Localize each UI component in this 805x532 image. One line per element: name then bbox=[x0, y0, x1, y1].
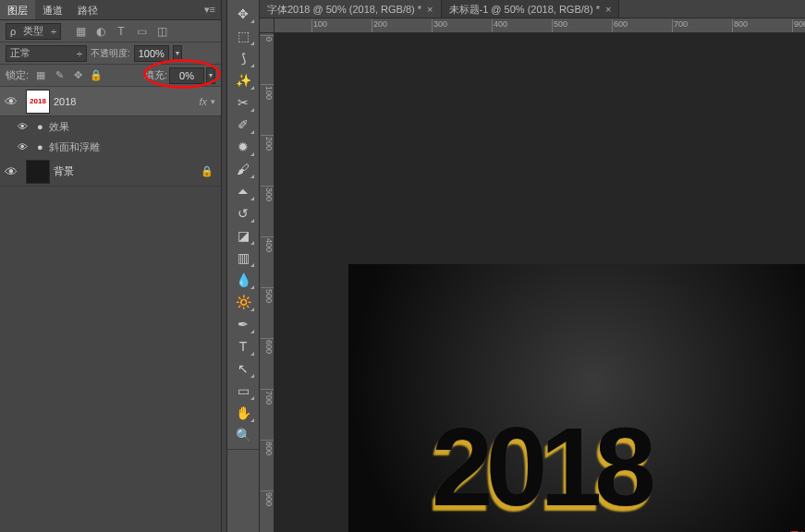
opacity-label: 不透明度: bbox=[91, 47, 130, 60]
ruler-horizontal[interactable]: 100200300400500600700800900 bbox=[274, 18, 805, 33]
filter-adjust-icon[interactable]: ◐ bbox=[94, 25, 107, 38]
type-tool-icon[interactable]: T bbox=[231, 336, 255, 357]
lock-label: 锁定: bbox=[6, 68, 29, 82]
visibility-eye-icon[interactable]: 👁 bbox=[0, 94, 22, 109]
doc-tab-1[interactable]: 字体2018 @ 50% (2018, RGB/8) *× bbox=[260, 0, 442, 18]
hand-tool-icon[interactable]: ✋ bbox=[231, 403, 255, 423]
lock-pixels-icon[interactable]: ✎ bbox=[53, 69, 66, 82]
tab-layers[interactable]: 图层 bbox=[0, 0, 35, 19]
effects-row[interactable]: 👁 ● 效果 bbox=[0, 116, 221, 137]
fx-expand-icon[interactable]: ▾ bbox=[211, 97, 215, 106]
layer-list: 👁 2018 2018 fx ▾ 👁 ● 效果 👁 ● 斜面和浮雕 👁 背景 🔒 bbox=[0, 87, 221, 532]
layer-thumbnail[interactable]: 2018 bbox=[26, 90, 50, 114]
pen-tool-icon[interactable]: ✒ bbox=[231, 314, 255, 334]
bullet-icon: ● bbox=[37, 121, 43, 132]
lasso-tool-icon[interactable]: ⟆ bbox=[231, 48, 255, 68]
filter-type-icon[interactable]: T bbox=[115, 25, 128, 38]
bullet-icon: ● bbox=[37, 141, 43, 152]
lock-icon: 🔒 bbox=[201, 165, 213, 177]
filter-icons: ▦ ◐ T ▭ ◫ bbox=[74, 25, 168, 38]
effects-label: 效果 bbox=[49, 120, 69, 134]
layer-name[interactable]: 2018 bbox=[54, 96, 199, 107]
bevel-label: 斜面和浮雕 bbox=[49, 140, 100, 154]
blend-mode-select[interactable]: 正常÷ bbox=[6, 45, 87, 62]
tools-toolbar: ✥ ⬚ ⟆ ✨ ✂ ✐ ✹ 🖌 ⏶ ↺ ◪ ▥ 💧 🔆 ✒ T ↖ ▭ ✋ 🔍 bbox=[227, 0, 260, 532]
path-select-tool-icon[interactable]: ↖ bbox=[231, 358, 255, 379]
filter-type-select[interactable]: ρ类型÷ bbox=[6, 23, 61, 40]
panel-tabs: 图层 通道 路径 ▾≡ bbox=[0, 0, 221, 20]
lock-fill-row: 锁定: ▦ ✎ ✥ 🔒 填充: 0% ▾ bbox=[0, 65, 221, 87]
panel-menu-icon[interactable]: ▾≡ bbox=[199, 0, 221, 19]
layer-name[interactable]: 背景 bbox=[54, 164, 201, 178]
brush-tool-icon[interactable]: 🖌 bbox=[231, 159, 255, 179]
fill-input[interactable]: 0% bbox=[169, 67, 204, 84]
watermark: Ps爱好者 UiBQ.CoM bbox=[777, 527, 805, 532]
marquee-tool-icon[interactable]: ⬚ bbox=[231, 26, 255, 46]
opacity-slider-toggle[interactable]: ▾ bbox=[173, 45, 182, 62]
artwork-text-2018: 2018 bbox=[432, 403, 649, 530]
fill-label: 填充: bbox=[144, 68, 167, 82]
bevel-row[interactable]: 👁 ● 斜面和浮雕 bbox=[0, 137, 221, 157]
zoom-tool-icon[interactable]: 🔍 bbox=[231, 425, 255, 445]
lock-all-icon[interactable]: 🔒 bbox=[90, 69, 103, 82]
doc-tab-2[interactable]: 未标题-1 @ 50% (2018, RGB/8) *× bbox=[442, 0, 620, 18]
canvas-viewport[interactable]: 2018 Ps爱好者 UiBQ.CoM bbox=[274, 33, 805, 532]
close-icon[interactable]: × bbox=[605, 4, 611, 15]
crop-tool-icon[interactable]: ✂ bbox=[231, 92, 255, 113]
visibility-eye-icon[interactable]: 👁 bbox=[0, 164, 22, 179]
lock-transparent-icon[interactable]: ▦ bbox=[34, 69, 47, 82]
layer-row-2018[interactable]: 👁 2018 2018 fx ▾ bbox=[0, 87, 221, 116]
tab-channels[interactable]: 通道 bbox=[35, 0, 70, 19]
filter-smart-icon[interactable]: ◫ bbox=[155, 25, 168, 38]
visibility-eye-icon[interactable]: 👁 bbox=[13, 121, 31, 132]
layer-row-background[interactable]: 👁 背景 🔒 bbox=[0, 157, 221, 187]
fill-slider-toggle[interactable]: ▾ bbox=[206, 67, 215, 84]
blend-opacity-row: 正常÷ 不透明度: 100% ▾ bbox=[0, 42, 221, 65]
eyedropper-tool-icon[interactable]: ✐ bbox=[231, 115, 255, 135]
stamp-tool-icon[interactable]: ⏶ bbox=[231, 181, 255, 201]
canvas-area: 字体2018 @ 50% (2018, RGB/8) *× 未标题-1 @ 50… bbox=[260, 0, 805, 532]
panel-divider[interactable] bbox=[221, 0, 227, 532]
artwork-canvas: 2018 Ps爱好者 UiBQ.CoM bbox=[348, 264, 805, 532]
blur-tool-icon[interactable]: 💧 bbox=[231, 270, 255, 290]
fx-badge[interactable]: fx bbox=[199, 96, 207, 107]
ruler-vertical[interactable]: 0100200300400500600700800900 bbox=[260, 33, 274, 532]
gradient-tool-icon[interactable]: ▥ bbox=[231, 248, 255, 268]
layer-thumbnail[interactable] bbox=[26, 160, 50, 184]
lock-position-icon[interactable]: ✥ bbox=[71, 69, 84, 82]
ruler-corner bbox=[260, 18, 274, 33]
layer-filter-row: ρ类型÷ ▦ ◐ T ▭ ◫ bbox=[0, 20, 221, 42]
visibility-eye-icon[interactable]: 👁 bbox=[13, 141, 31, 152]
tab-paths[interactable]: 路径 bbox=[70, 0, 105, 19]
heal-tool-icon[interactable]: ✹ bbox=[231, 137, 255, 157]
history-brush-tool-icon[interactable]: ↺ bbox=[231, 203, 255, 224]
document-tabs: 字体2018 @ 50% (2018, RGB/8) *× 未标题-1 @ 50… bbox=[260, 0, 805, 18]
dodge-tool-icon[interactable]: 🔆 bbox=[231, 292, 255, 312]
move-tool-icon[interactable]: ✥ bbox=[231, 4, 255, 24]
opacity-input[interactable]: 100% bbox=[134, 45, 169, 62]
lock-icons: ▦ ✎ ✥ 🔒 bbox=[34, 69, 103, 82]
close-icon[interactable]: × bbox=[427, 4, 433, 15]
eraser-tool-icon[interactable]: ◪ bbox=[231, 225, 255, 246]
wand-tool-icon[interactable]: ✨ bbox=[231, 70, 255, 91]
filter-shape-icon[interactable]: ▭ bbox=[135, 25, 148, 38]
filter-pixel-icon[interactable]: ▦ bbox=[74, 25, 87, 38]
layers-panel: 图层 通道 路径 ▾≡ ρ类型÷ ▦ ◐ T ▭ ◫ 正常÷ 不透明度: 100… bbox=[0, 0, 221, 532]
shape-tool-icon[interactable]: ▭ bbox=[231, 381, 255, 401]
